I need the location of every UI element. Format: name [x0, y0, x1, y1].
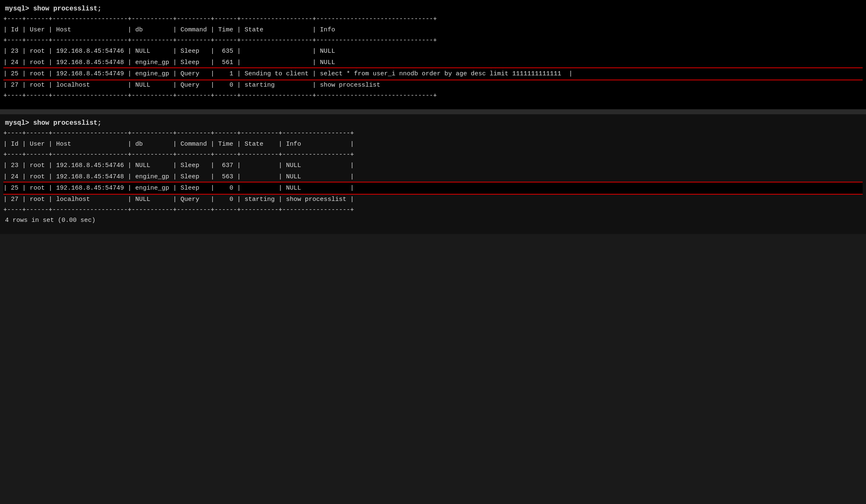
highlighted-row-25-bottom: | 25 | root | 192.168.8.45:54749 | engin… — [3, 183, 863, 194]
top-table: +----+------+--------------------+------… — [3, 14, 863, 101]
result-footer: 4 rows in set (0.00 sec) — [3, 215, 863, 224]
bottom-terminal: mysql> show processlist; +----+------+--… — [0, 114, 866, 234]
top-prompt: mysql> show processlist; — [3, 5, 863, 13]
table-row: | 25 | root | 192.168.8.45:54749 | engin… — [3, 185, 354, 192]
table-row: | 23 | root | 192.168.8.45:54746 | NULL … — [3, 46, 863, 57]
bottom-header: | Id | User | Host | db | Command | Time… — [3, 139, 863, 150]
bottom-dashes-3: +----+------+--------------------+------… — [3, 205, 863, 215]
top-dashes-2: +----+------+--------------------+------… — [3, 36, 863, 46]
bottom-table: +----+------+--------------------+------… — [3, 129, 863, 224]
table-row: | 23 | root | 192.168.8.45:54746 | NULL … — [3, 160, 863, 171]
top-terminal: mysql> show processlist; +----+------+--… — [0, 0, 866, 109]
table-row: | 25 | root | 192.168.8.45:54749 | engin… — [3, 70, 395, 77]
table-row: | 27 | root | localhost | NULL | Query |… — [3, 194, 863, 205]
bottom-dashes-2: +----+------+--------------------+------… — [3, 150, 863, 160]
bottom-dashes-1: +----+------+--------------------+------… — [3, 129, 863, 139]
table-row: | 24 | root | 192.168.8.45:54748 | engin… — [3, 171, 863, 183]
top-header: | Id | User | Host | db | Command | Time… — [3, 24, 863, 36]
top-dashes-1: +----+------+--------------------+------… — [3, 14, 863, 24]
highlighted-row-25-top: | 25 | root | 192.168.8.45:54749 | engin… — [3, 68, 863, 80]
bottom-prompt: mysql> show processlist; — [3, 119, 863, 127]
table-row: | 27 | root | localhost | NULL | Query |… — [3, 80, 863, 91]
section-divider — [0, 109, 866, 114]
top-dashes-3: +----+------+--------------------+------… — [3, 91, 863, 101]
table-row-continued: nnodb order by age desc limit 1111111111… — [399, 70, 572, 77]
table-row: | 24 | root | 192.168.8.45:54748 | engin… — [3, 57, 863, 68]
